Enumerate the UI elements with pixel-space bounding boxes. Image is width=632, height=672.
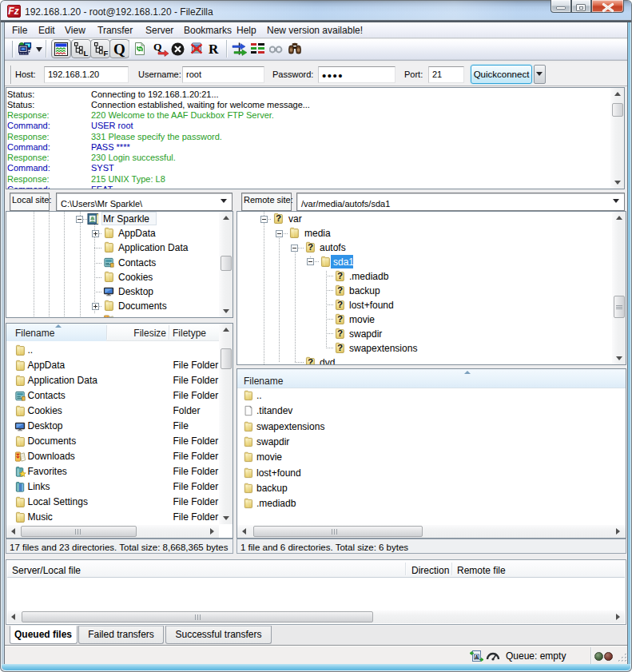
svg-text:L: L xyxy=(84,49,89,57)
svg-text:A: A xyxy=(475,654,479,660)
svg-text:F: F xyxy=(104,49,109,57)
